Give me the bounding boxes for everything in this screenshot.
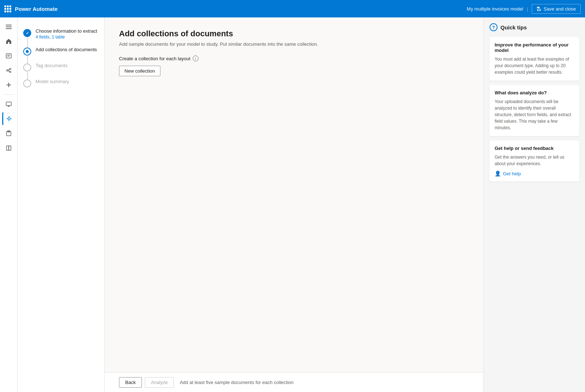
step-1-subtitle[interactable]: 4 fields, 1 table [36,34,97,40]
monitor-nav-icon[interactable] [2,98,15,111]
ai-icon [6,115,12,122]
new-collection-button[interactable]: New collection [119,66,160,76]
activity-nav-icon[interactable] [2,49,15,62]
tip-2-text: Your uploaded documents will be analyzed… [495,98,574,131]
book-icon [5,144,12,151]
info-icon[interactable]: i [193,56,199,61]
separator: | [527,6,528,12]
add-icon [5,82,12,88]
get-help-icon: 👤 [495,171,501,176]
svg-point-5 [7,70,8,71]
wizard-step-1: ✓ Choose information to extract 4 fields… [23,25,98,43]
step-3-content: Tag documents [36,63,68,68]
content-area: Add collections of documents Add sample … [105,17,483,392]
save-close-button[interactable]: Save and close [532,4,581,14]
wizard-step-3: Tag documents [23,59,98,75]
step-1-content: Choose information to extract 4 fields, … [36,28,97,40]
topbar: Power Automate My multiple invoices mode… [0,0,585,17]
activity-icon [5,53,12,59]
page-title: Add collections of documents [119,29,469,38]
svg-point-6 [9,68,11,70]
clipboard-nav-icon[interactable] [2,127,15,140]
step-4-title: Model summary [36,79,69,84]
step-3-circle [23,64,31,72]
tip-card-3: Get help or send feedback Get the answer… [490,140,579,181]
step-2-circle [23,48,31,56]
add-nav-icon[interactable] [2,78,15,91]
section-label: Create a collection for each layout i [119,56,469,61]
connections-icon [5,67,12,74]
tips-question-icon: ? [490,23,498,31]
wizard-step-4: Model summary [23,75,98,91]
wizard-step-2: Add collections of documents [23,43,98,59]
quick-tips-panel: ? Quick tips Improve the performance of … [483,17,585,392]
page-subtitle: Add sample documents for your model to s… [119,41,469,47]
step-1-circle: ✓ [23,29,31,37]
back-button[interactable]: Back [119,377,142,388]
nav-divider-1 [4,94,14,95]
step-2-dot [26,50,29,53]
home-icon [5,38,12,45]
tip-3-text: Get the answers you need, or tell us abo… [495,154,574,167]
svg-rect-0 [537,7,540,8]
tip-1-text: You must add at least five examples of y… [495,56,574,75]
apps-grid-icon[interactable] [4,5,11,12]
step-4-content: Model summary [36,79,69,84]
hamburger-nav-icon[interactable] [2,20,15,33]
footer-hint: Add at least five sample documents for e… [180,380,294,385]
content-footer: Back Analyze Add at least five sample do… [105,372,483,392]
step-2-content: Add collections of documents [36,47,97,52]
left-nav [0,17,17,392]
connections-nav-icon[interactable] [2,64,15,77]
content-main: Add collections of documents Add sample … [105,17,483,372]
topbar-left: Power Automate [4,5,58,12]
docs-nav-icon[interactable] [2,141,15,154]
step-1-check: ✓ [26,31,29,36]
tip-1-title: Improve the performance of your model [495,42,574,53]
main-layout: ✓ Choose information to extract 4 fields… [0,17,585,392]
clipboard-icon [5,130,12,136]
app-title: Power Automate [15,6,58,12]
section-label-text: Create a collection for each layout [119,56,191,61]
hamburger-icon [6,25,12,29]
svg-rect-11 [7,85,11,85]
tip-card-2: What does analyze do? Your uploaded docu… [490,85,579,136]
get-help-link[interactable]: 👤 Get help [495,171,574,176]
analyze-button: Analyze [145,377,174,388]
ai-models-nav-icon[interactable] [2,112,15,125]
topbar-right: My multiple invoices model | Save and cl… [467,4,581,14]
save-icon [536,6,541,11]
tip-2-title: What does analyze do? [495,90,574,95]
svg-rect-1 [537,9,541,11]
step-4-circle [23,79,31,87]
get-help-label: Get help [503,171,521,176]
home-nav-icon[interactable] [2,35,15,48]
svg-point-7 [9,71,11,73]
quick-tips-title: Quick tips [500,24,527,30]
step-3-title: Tag documents [36,63,68,68]
quick-tips-header: ? Quick tips [490,23,579,31]
svg-point-15 [8,118,10,120]
svg-rect-12 [6,102,11,106]
tip-card-1: Improve the performance of your model Yo… [490,37,579,81]
step-2-title: Add collections of documents [36,47,97,52]
step-1-title: Choose information to extract [36,28,97,34]
monitor-icon [5,101,12,107]
svg-line-9 [8,71,9,72]
wizard-panel: ✓ Choose information to extract 4 fields… [17,17,105,392]
svg-line-8 [8,69,9,70]
model-name-label: My multiple invoices model [467,6,523,12]
tip-3-title: Get help or send feedback [495,146,574,151]
svg-rect-2 [6,54,11,58]
